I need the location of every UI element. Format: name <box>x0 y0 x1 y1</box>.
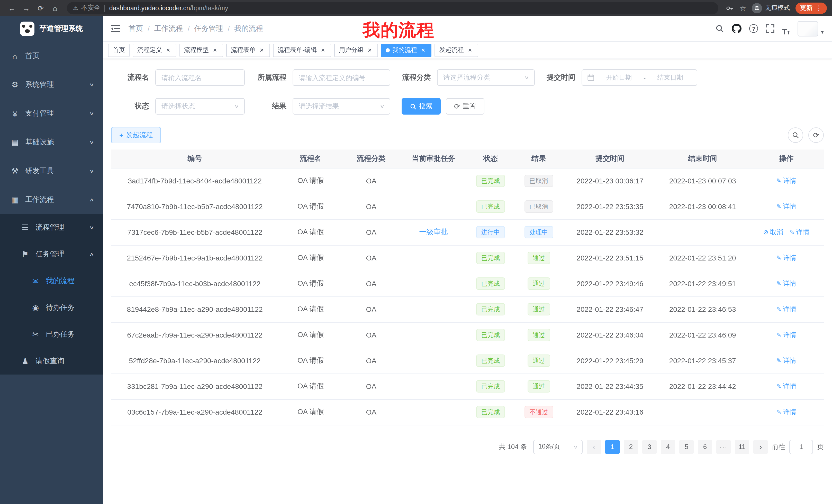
reload-icon[interactable]: ⟳ <box>34 1 47 15</box>
page-number-button[interactable]: 4 <box>661 440 675 454</box>
detail-action[interactable]: ✎ 详情 <box>776 202 796 211</box>
chevron-down-icon: ∨ <box>234 104 240 109</box>
sidebar-item-infrastructure[interactable]: ▤ 基础设施 ∨ <box>0 128 103 157</box>
user-avatar[interactable]: ▾ <box>798 21 824 36</box>
detail-action[interactable]: ✎ 详情 <box>776 305 796 314</box>
menu-kebab-icon[interactable]: ⋮ <box>815 4 822 12</box>
category-select[interactable]: 请选择流程分类 ∨ <box>437 69 535 86</box>
next-page-button[interactable]: › <box>753 440 768 454</box>
toggle-search-button[interactable] <box>788 128 803 143</box>
github-icon[interactable] <box>732 22 742 35</box>
chevron-down-icon: ∨ <box>89 140 95 145</box>
search-icon[interactable] <box>715 22 724 35</box>
goto-page-input[interactable] <box>789 440 813 454</box>
font-size-icon[interactable]: TT <box>782 22 790 35</box>
search-button[interactable]: 搜索 <box>401 98 441 115</box>
close-icon[interactable]: × <box>420 47 427 54</box>
chevron-down-icon: ∨ <box>89 225 95 230</box>
result-select[interactable]: 请选择流结果 ∨ <box>293 98 390 115</box>
process-category: OA <box>366 228 376 236</box>
close-icon[interactable]: × <box>258 47 265 54</box>
close-icon[interactable]: × <box>164 47 172 54</box>
page-number-button[interactable]: 11 <box>735 440 749 454</box>
detail-action[interactable]: ✎ 详情 <box>776 382 796 391</box>
create-process-button[interactable]: + 发起流程 <box>111 127 161 143</box>
chat-icon: ✉ <box>31 276 40 286</box>
sidebar-item-payment[interactable]: ¥ 支付管理 ∨ <box>0 99 103 128</box>
tab-label: 流程定义 <box>137 46 162 54</box>
detail-action[interactable]: ✎ 详情 <box>776 279 796 288</box>
page-number-button[interactable]: 5 <box>679 440 694 454</box>
close-icon[interactable]: × <box>366 47 373 54</box>
detail-action[interactable]: ✎ 详情 <box>776 356 796 365</box>
page-number-button[interactable]: ··· <box>716 440 731 454</box>
process-name-input[interactable] <box>155 69 245 86</box>
back-icon[interactable]: ← <box>5 1 19 15</box>
tab[interactable]: 我的流程 × <box>381 44 432 57</box>
forward-icon[interactable]: → <box>20 1 33 15</box>
bookmark-star-icon[interactable]: ☆ <box>740 4 746 12</box>
status-select[interactable]: 请选择状态 ∨ <box>155 98 245 115</box>
home-icon[interactable]: ⌂ <box>48 1 62 15</box>
detail-action[interactable]: ✎ 详情 <box>776 330 796 340</box>
home-icon: ⌂ <box>10 52 20 60</box>
eye-icon: ◉ <box>31 303 40 312</box>
page-number-button[interactable]: 2 <box>624 440 638 454</box>
help-icon[interactable]: ? <box>749 22 758 35</box>
tab[interactable]: 发起流程 × <box>435 44 478 57</box>
tab[interactable]: 流程表单 × <box>226 44 270 57</box>
page-number-button[interactable]: 3 <box>642 440 657 454</box>
result-badge: 通过 <box>527 329 550 341</box>
sidebar-item-todo-tasks[interactable]: ◉ 待办任务 <box>0 295 103 321</box>
sidebar-togg le-icon[interactable] <box>111 24 120 33</box>
owner-process-input[interactable] <box>293 69 390 86</box>
close-icon[interactable]: × <box>466 47 474 54</box>
status-badge: 已完成 <box>476 380 505 393</box>
sidebar-item-system[interactable]: ⚙ 系统管理 ∨ <box>0 71 103 99</box>
pagination: 共 104 条 10条/页 ∨ ‹ 1 2 3 <box>111 440 824 454</box>
tab[interactable]: 流程表单-编辑 × <box>273 44 331 57</box>
sidebar-item-workflow[interactable]: ▦ 工作流程 ∧ <box>0 186 103 214</box>
detail-action[interactable]: ✎ 详情 <box>776 408 796 417</box>
fullscreen-icon[interactable] <box>766 22 774 35</box>
tab[interactable]: 首页 <box>108 44 130 57</box>
result-badge: 通过 <box>527 380 550 393</box>
address-bar[interactable]: ⚠ 不安全 dashboard.yudao.iocoder.cn /bpm/ta… <box>67 2 719 14</box>
submit-time-range-picker[interactable]: 开始日期 - 结束日期 <box>581 69 697 86</box>
close-icon[interactable]: × <box>319 47 327 54</box>
page-number-button[interactable]: 6 <box>698 440 712 454</box>
chevron-left-icon: ‹ <box>593 442 595 451</box>
chevron-down-icon: ∨ <box>573 444 578 449</box>
sidebar-item-home[interactable]: ⌂ 首页 <box>0 41 103 71</box>
reset-button[interactable]: ⟳ 重置 <box>446 98 484 115</box>
detail-action[interactable]: ✎ 详情 <box>789 228 809 237</box>
page-number-button[interactable]: 1 <box>605 440 620 454</box>
security-label: 不安全 <box>81 4 101 12</box>
sidebar-item-process-management[interactable]: ☰ 流程管理 ∨ <box>0 214 103 241</box>
sidebar-item-task-management[interactable]: ⚑ 任务管理 ∧ <box>0 241 103 268</box>
result-badge: 通过 <box>527 252 550 264</box>
sidebar-item-leave-query[interactable]: ♟ 请假查询 <box>0 348 103 374</box>
refresh-button[interactable]: ⟳ <box>808 128 824 143</box>
process-name: OA 请假 <box>297 202 324 210</box>
tab[interactable]: 流程模型 × <box>179 44 223 57</box>
page-size-select[interactable]: 10条/页 ∨ <box>533 440 582 454</box>
detail-action[interactable]: ✎ 详情 <box>776 176 796 186</box>
sidebar-item-my-process[interactable]: ✉ 我的流程 <box>0 268 103 295</box>
tab[interactable]: 流程定义 × <box>133 44 176 57</box>
sidebar-item-devtools[interactable]: ⚒ 研发工具 ∨ <box>0 157 103 186</box>
sidebar-item-done-tasks[interactable]: ✂ 已办任务 <box>0 321 103 348</box>
cancel-action[interactable]: ⊘ 取消 <box>763 228 783 237</box>
current-task-link[interactable]: 一级审批 <box>419 228 448 236</box>
tab[interactable]: 用户分组 × <box>334 44 378 57</box>
detail-action[interactable]: ✎ 详情 <box>776 253 796 262</box>
breadcrumb-item[interactable]: 工作流程 / <box>154 24 194 33</box>
close-icon[interactable]: × <box>211 47 218 54</box>
plus-icon: + <box>119 131 123 139</box>
breadcrumb-item[interactable]: 任务管理 / <box>194 24 234 33</box>
breadcrumb-item[interactable]: 我的流程 / <box>234 24 263 33</box>
key-icon[interactable] <box>726 1 734 15</box>
update-button[interactable]: 更新 ⋮ <box>796 2 827 13</box>
breadcrumb-item[interactable]: 首页 / <box>129 24 154 33</box>
prev-page-button[interactable]: ‹ <box>587 440 601 454</box>
